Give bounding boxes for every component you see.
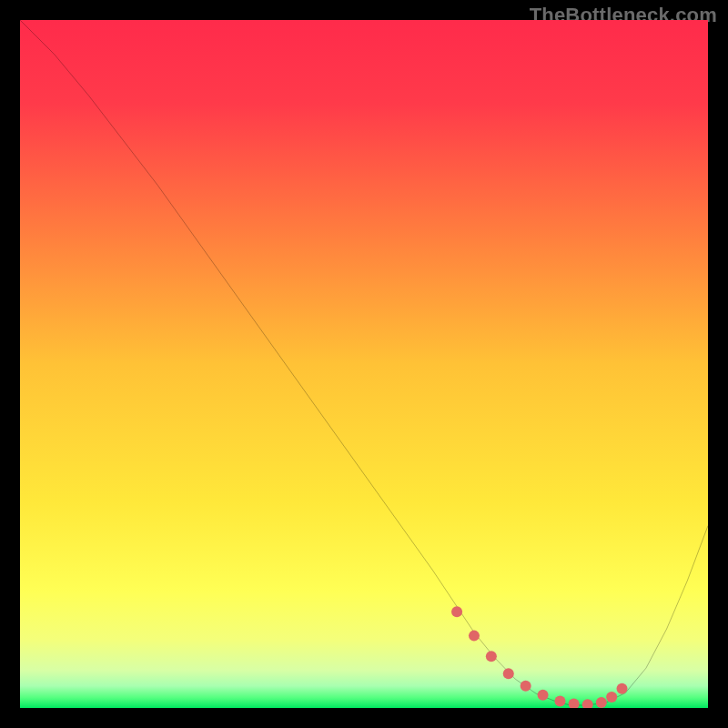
optimal-marker-dot — [521, 681, 531, 692]
optimal-marker-dot — [451, 606, 462, 617]
optimal-marker-dot — [616, 683, 627, 694]
optimal-marker-dot — [606, 692, 617, 703]
chart-frame: TheBottleneck.com — [0, 0, 728, 728]
optimal-marker-dot — [554, 695, 565, 706]
optimal-marker-dot — [538, 690, 549, 701]
optimal-marker-dot — [503, 668, 514, 679]
bottleneck-chart — [20, 20, 708, 708]
optimal-marker-dot — [596, 697, 607, 708]
gradient-background — [20, 20, 708, 708]
optimal-marker-dot — [469, 631, 480, 642]
optimal-marker-dot — [486, 651, 497, 662]
